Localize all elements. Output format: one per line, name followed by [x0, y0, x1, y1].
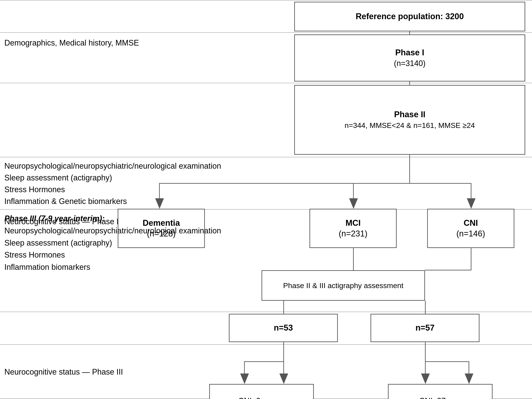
- reference-population-label: Reference population: 3200: [356, 11, 464, 22]
- arrow-to-mci: [349, 198, 358, 209]
- svg-marker-9: [240, 374, 249, 384]
- phase1-label: Phase I (n=3140): [394, 47, 425, 69]
- reference-population-box: Reference population: 3200: [294, 2, 525, 31]
- mci-box: MCI (n=231): [310, 209, 397, 248]
- v-n57-down: [425, 342, 426, 361]
- h-n57-right: [425, 361, 469, 362]
- svg-marker-11: [421, 374, 430, 384]
- mci-label: MCI (n=231): [339, 218, 367, 239]
- svg-marker-4: [155, 198, 164, 209]
- h-cni-to-actigraphy: [425, 270, 471, 270]
- cni-box: CNI (n=146): [427, 209, 514, 248]
- row5-label: Neurocognitive status — Phase III: [4, 366, 123, 378]
- cni-label: CNI (n=146): [456, 218, 485, 239]
- svg-marker-12: [465, 374, 473, 384]
- hline-1: [0, 32, 532, 33]
- h-bar-phase2: [159, 183, 471, 184]
- n53-box: n=53: [229, 314, 338, 342]
- n57-box: n=57: [371, 314, 480, 342]
- arrow-to-outcome-left2: [279, 374, 288, 384]
- arrow-to-outcome-left: [240, 374, 249, 384]
- phase1-box: Phase I (n=3140): [294, 34, 525, 82]
- phase3-inflam: Inflammation biomarkers: [4, 261, 221, 273]
- svg-marker-10: [279, 374, 288, 384]
- arrow-to-cni: [467, 198, 475, 209]
- n57-label: n=57: [415, 323, 435, 333]
- hline-top: [0, 0, 532, 0]
- row2-label: Neuropsychological/neuropsychiatric/neur…: [4, 160, 221, 207]
- row1-label: Demographics, Medical history, MMSE: [4, 37, 139, 49]
- arrow-to-outcome-right2: [465, 374, 473, 384]
- hline-5: [0, 312, 532, 312]
- arrow-to-dementia: [155, 198, 164, 209]
- outcome-right-label: CNI: 27 MCI: 24 Dementia: 6: [417, 394, 463, 399]
- outcome-left-label: CNI: 2 MCI: 25 Dementia: 26: [236, 394, 287, 399]
- v-cni-down: [471, 248, 471, 270]
- phase3-left-labels: Phase III (7-9 year-interim): Neuropsych…: [4, 212, 221, 273]
- actigraphy-label: Phase II & III actigraphy assessment: [283, 281, 403, 290]
- phase2-box: Phase II n=344, MMSE<24 & n=161, MMSE ≥2…: [294, 85, 525, 155]
- phase3-stress: Stress Hormones: [4, 249, 221, 261]
- phase3-exam: Neuropsychological/neuropsychiatric/neur…: [4, 225, 221, 237]
- phase2-label: Phase II n=344, MMSE<24 & n=161, MMSE ≥2…: [345, 109, 475, 131]
- h-n53-left: [244, 361, 284, 362]
- hline-6: [0, 344, 532, 345]
- phase3-title: Phase III (7-9 year-interim):: [4, 214, 105, 223]
- outcome-left-box: CNI: 2 MCI: 25 Dementia: 26: [209, 384, 314, 399]
- actigraphy-box: Phase II & III actigraphy assessment: [261, 270, 425, 301]
- diagram: Reference population: 3200 Demographics,…: [0, 0, 532, 399]
- hline-2: [0, 83, 532, 83]
- v-n53-down: [283, 342, 284, 361]
- hline-3: [0, 157, 532, 157]
- svg-marker-5: [349, 198, 358, 209]
- v-phase2-to-hbar: [409, 155, 410, 183]
- arrow-to-outcome-right: [421, 374, 430, 384]
- svg-marker-6: [467, 198, 475, 209]
- outcome-right-box: CNI: 27 MCI: 24 Dementia: 6: [388, 384, 493, 399]
- n53-label: n=53: [274, 323, 293, 333]
- phase3-sleep: Sleep assessment (actigraphy): [4, 237, 221, 249]
